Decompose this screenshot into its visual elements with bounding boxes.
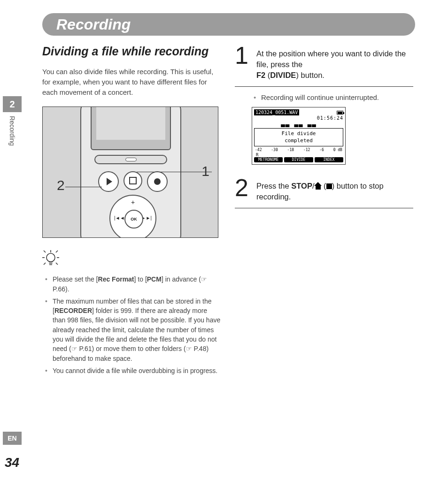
svg-line-4: [44, 251, 46, 252]
chapter-label: Recording: [8, 116, 16, 146]
callout-1: 1: [201, 163, 209, 179]
step-1-body: At the position where you want to divide…: [256, 45, 413, 81]
step-1-note: Recording will continue uninterrupted.: [235, 93, 413, 101]
callout-2: 2: [57, 177, 65, 193]
note-item: Recording will continue uninterrupted.: [252, 93, 413, 101]
tips-list: Please set the [Rec Format] to [PCM] in …: [42, 274, 221, 375]
svg-point-0: [46, 253, 55, 262]
battery-icon: [337, 111, 343, 114]
step-1: 1 At the position where you want to divi…: [235, 45, 413, 87]
lightbulb-icon: [42, 249, 221, 270]
lcd-softkey-2: DIVIDE: [284, 157, 313, 162]
step-number: 1: [235, 45, 250, 67]
ok-button-graphic: OK: [124, 210, 143, 229]
tip-item: The maximum number of files that can be …: [42, 297, 221, 363]
lcd-filename: 120324_0051.WAV: [254, 109, 299, 115]
lcd-message: File dividecompleted: [254, 128, 343, 146]
step-number: 2: [235, 177, 250, 199]
svg-line-6: [44, 263, 46, 265]
device-illustration: + |◄◄ ►►| OK 1 2: [42, 107, 218, 238]
page-number: 34: [5, 455, 19, 470]
lcd-channel-r: R: [254, 152, 343, 157]
dpad-graphic: + |◄◄ ►►| OK: [109, 195, 156, 238]
play-button-graphic: [98, 171, 119, 192]
step-2: 2 Press the STOP/ () button to stop reco…: [235, 177, 413, 208]
lcd-elapsed: 01:56:24: [254, 115, 343, 121]
home-icon: [315, 183, 322, 190]
lcd-softkey-1: METRONOME: [254, 157, 283, 162]
lcd-level-scale: -42-30-18-12-60 dB: [254, 147, 343, 152]
svg-line-5: [56, 251, 58, 252]
stop-square-icon: [326, 183, 332, 189]
section-subhead: Dividing a file while recording: [42, 45, 221, 58]
page-header: Recording: [42, 13, 415, 36]
lcd-softkey-3: INDEX: [315, 157, 343, 162]
intro-paragraph: You can also divide files while recordin…: [42, 67, 221, 97]
header-title: Recording: [56, 16, 131, 33]
lcd-illustration: 120324_0051.WAV 01:56:24 ▄▄ ▄▄ ▄▄ File d…: [252, 107, 346, 165]
stop-button-graphic: [124, 171, 142, 190]
chapter-number: 2: [3, 96, 22, 112]
language-badge: EN: [3, 432, 22, 445]
tip-item: You cannot divide a file while overdubbi…: [42, 366, 221, 375]
svg-line-7: [56, 263, 58, 265]
record-button-graphic: [147, 171, 168, 192]
side-tab: 2 Recording: [0, 96, 22, 146]
tip-item: Please set the [Rec Format] to [PCM] in …: [42, 274, 221, 294]
step-2-body: Press the STOP/ () button to stop record…: [256, 177, 413, 202]
lcd-counter: ▄▄ ▄▄ ▄▄: [254, 121, 343, 127]
